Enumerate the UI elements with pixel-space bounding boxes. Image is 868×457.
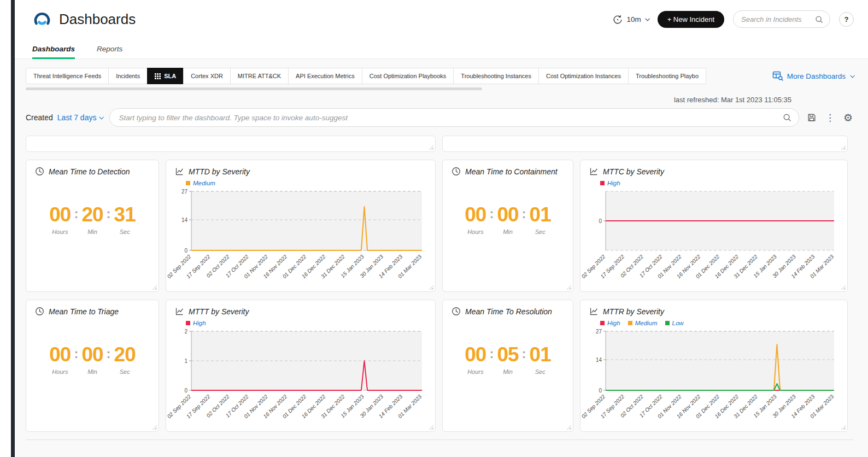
resize-handle[interactable] — [152, 425, 157, 430]
resize-handle[interactable] — [429, 285, 433, 290]
save-dashboard-button[interactable] — [806, 112, 818, 124]
filter-search-button[interactable] — [783, 113, 791, 124]
legend-label: Low — [672, 320, 684, 326]
timer-display: 00Hours : 00Min : 20Sec — [35, 344, 150, 375]
dashboard-tab-threat-intelligence-feeds[interactable]: Threat Intelligence Feeds — [26, 68, 109, 84]
resize-handle[interactable] — [566, 425, 571, 430]
resize-handle[interactable] — [566, 285, 571, 290]
timer-hours: 00 — [49, 344, 71, 365]
dashboard-tab-cortex-xdr[interactable]: Cortex XDR — [183, 68, 231, 84]
resize-handle[interactable] — [429, 425, 433, 430]
chevron-down-icon — [99, 115, 104, 119]
timer-sec-label: Sec — [530, 368, 551, 375]
dashboard-tab-label: Cost Optimization Playbooks — [370, 73, 447, 79]
last-refreshed-text: last refreshed: Mar 1st 2023 11:05:35 — [25, 96, 791, 104]
resize-handle[interactable] — [841, 285, 846, 290]
grid-icon — [155, 73, 161, 79]
chevron-down-icon — [850, 73, 854, 78]
legend-item-low[interactable]: Low — [665, 319, 684, 327]
line-chart-icon — [175, 307, 184, 316]
search-icon — [783, 113, 791, 122]
timer-sec: 31 — [114, 204, 136, 225]
timer-sec: 20 — [114, 344, 136, 365]
timer-hours: 00 — [465, 204, 486, 225]
legend-swatch — [186, 321, 190, 325]
dashboard-tab-incidents[interactable]: Incidents — [108, 68, 148, 84]
line-chart-icon — [589, 167, 599, 176]
legend-swatch — [665, 321, 670, 325]
legend-item-medium[interactable]: Medium — [186, 179, 215, 187]
tab-reports[interactable]: Reports — [97, 45, 122, 58]
incident-search-input[interactable] — [740, 15, 815, 24]
topbar-right: 10m + New Incident ? — [612, 10, 854, 28]
line-chart-icon — [175, 167, 184, 176]
timer-min: 00 — [497, 204, 518, 225]
dashboard-tabs: Threat Intelligence FeedsIncidentsSLACor… — [26, 68, 706, 84]
tab-strip-scrollbar[interactable] — [26, 87, 482, 90]
clock-icon — [35, 307, 44, 316]
dashboard-tab-troubleshooting-playbo[interactable]: Troubleshooting Playbo — [628, 68, 706, 84]
legend-item-high[interactable]: High — [600, 179, 620, 187]
svg-text:14: 14 — [596, 357, 602, 363]
dashboard-tab-troubleshooting-instances[interactable]: Troubleshooting Instances — [453, 68, 539, 84]
timer-sec: 01 — [530, 204, 551, 225]
left-nav-rail[interactable] — [11, 0, 15, 457]
dashboard-tab-label: Incidents — [116, 73, 140, 79]
dashboard-tab-label: SLA — [164, 73, 176, 79]
page: Dashboards 10m + New Incident ? — [15, 0, 868, 457]
mttc-chart: 002 Sep 202217 Sep 202202 Oct 202217 Oct… — [589, 188, 838, 282]
timer-hours: 00 — [465, 344, 486, 365]
new-incident-button[interactable]: + New Incident — [658, 11, 724, 28]
settings-button[interactable]: ⚙ — [842, 112, 854, 124]
dashboard-tab-cost-optimization-instances[interactable]: Cost Optimization Instances — [538, 68, 629, 84]
dashboard-tab-api-execution-metrics[interactable]: API Execution Metrics — [288, 68, 362, 84]
chevron-down-icon — [645, 16, 649, 21]
chart-legend: Medium — [186, 179, 426, 187]
mttt-chart: 01202 Sep 202217 Sep 202202 Oct 202217 O… — [175, 328, 426, 422]
incident-search-box[interactable] — [733, 10, 830, 28]
tab-dashboards[interactable]: Dashboards — [32, 45, 75, 58]
legend-swatch — [186, 181, 190, 185]
widget-title: Mean Time To Resolution — [465, 307, 552, 316]
dashboard-tab-label: Cortex XDR — [191, 73, 223, 79]
widget-mean-time-to-detection: Mean Time to Detection 00Hours : 20Min :… — [26, 160, 159, 292]
widget-mttc-by-severity: MTTC by Severity High 002 Sep 202217 Sep… — [580, 160, 848, 292]
save-icon — [807, 113, 817, 122]
more-dashboards-button[interactable]: More Dashboards — [765, 71, 854, 81]
svg-text:0: 0 — [599, 218, 602, 224]
widget-mttd-by-severity: MTTD by Severity Medium 0142702 Sep 2022… — [166, 160, 436, 292]
dashboard-tab-label: Threat Intelligence Feeds — [33, 73, 101, 79]
created-range-dropdown[interactable]: Last 7 days — [57, 113, 103, 122]
widget-title: MTTC by Severity — [603, 167, 664, 176]
widget-mean-time-to-containment: Mean Time to Containment 00Hours : 00Min… — [442, 160, 573, 292]
svg-text:1: 1 — [184, 358, 187, 364]
dashboard-tab-label: API Execution Metrics — [296, 73, 355, 79]
widget-title: MTTT by Severity — [189, 307, 249, 316]
legend-item-high[interactable]: High — [186, 319, 206, 327]
dashboard-tab-label: Troubleshooting Playbo — [636, 73, 699, 79]
kebab-icon: ⋮ — [825, 113, 835, 122]
timer-separator: : — [74, 347, 78, 360]
partial-widget-left — [26, 136, 436, 152]
resize-handle[interactable] — [152, 285, 157, 290]
legend-swatch — [628, 321, 632, 325]
timer-display: 00Hours : 05Min : 01Sec — [451, 344, 564, 375]
resize-handle[interactable] — [841, 425, 846, 430]
refresh-interval-dropdown[interactable]: 10m — [612, 14, 648, 25]
svg-text:27: 27 — [181, 189, 188, 195]
resize-handle[interactable] — [841, 145, 846, 150]
dashboard-tab-label: Troubleshooting Instances — [461, 73, 531, 79]
clock-icon — [35, 167, 44, 176]
created-filter: Created Last 7 days — [26, 113, 103, 122]
dashboard-filter-input[interactable] — [109, 108, 799, 127]
legend-item-high[interactable]: High — [600, 319, 620, 327]
dashboard-tab-mitre-att-ck[interactable]: MITRE ATT&CK — [230, 68, 289, 84]
more-options-button[interactable]: ⋮ — [824, 112, 836, 124]
dashboard-tab-cost-optimization-playbooks[interactable]: Cost Optimization Playbooks — [362, 68, 454, 84]
timer-separator: : — [489, 347, 494, 360]
legend-item-medium[interactable]: Medium — [628, 319, 658, 327]
help-button[interactable]: ? — [839, 12, 854, 27]
timer-separator: : — [522, 347, 526, 360]
resize-handle[interactable] — [429, 145, 433, 150]
dashboard-tab-sla[interactable]: SLA — [147, 68, 184, 84]
